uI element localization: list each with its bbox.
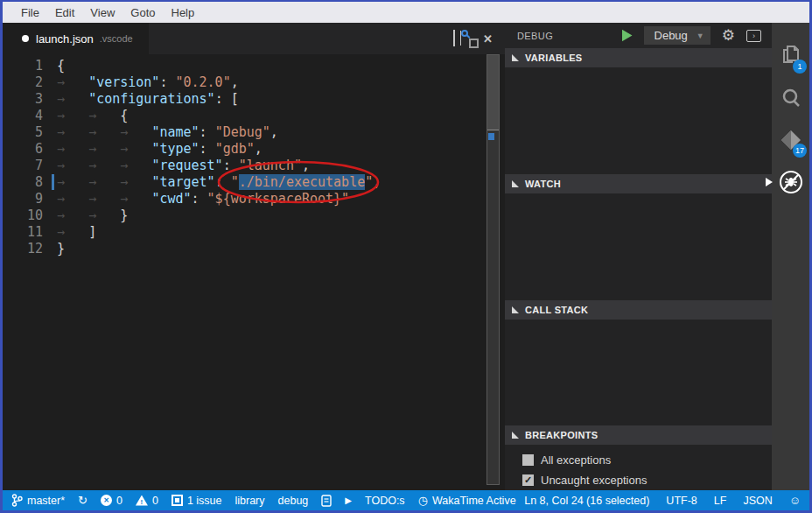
code-editor[interactable]: 1{2→ "version": "0.2.0",3→ "configuratio… [3, 54, 505, 490]
debug-console-icon[interactable]: › [746, 30, 761, 42]
tab-title: launch.json [36, 32, 94, 46]
status-label: 0 [152, 495, 158, 507]
menu-item-file[interactable]: File [13, 6, 47, 19]
debug-config-dropdown[interactable]: Debug ▼ [644, 26, 710, 45]
status-utf-8[interactable]: UTF-8 [666, 495, 696, 507]
status-bar: master*↻✕0!01 issuelibrarydebug▶TODO:s◷W… [3, 490, 809, 510]
run-icon: ▶ [345, 496, 352, 505]
code-token: , [255, 141, 262, 157]
code-token: : [215, 91, 231, 107]
menu-item-goto[interactable]: Goto [122, 6, 163, 19]
code-line[interactable]: 6→ → → "type": "gdb", [3, 141, 505, 158]
code-line[interactable]: 1{ [3, 58, 505, 74]
code-token: "0.2.0" [175, 74, 230, 90]
status-master[interactable]: master* [11, 494, 65, 507]
section-header-watch[interactable]: WATCH [505, 174, 772, 193]
script-file-icon [321, 495, 332, 507]
code-token: , [231, 74, 239, 90]
line-number: 1 [3, 58, 43, 74]
code-token: : [223, 158, 239, 173]
tab-whitespace-icon: → [57, 174, 88, 190]
menu-item-help[interactable]: Help [164, 6, 203, 19]
code-token: "launch" [239, 158, 302, 173]
breakpoint-label: Uncaught exceptions [541, 474, 647, 487]
code-line[interactable]: 10→ → } [3, 207, 505, 224]
feedback-smiley-icon: ☺ [789, 495, 801, 506]
tab-whitespace-icon: → [57, 124, 88, 140]
close-icon[interactable]: ✕ [483, 33, 493, 45]
code-token: { [57, 58, 65, 74]
status-ln-8-col-24-16-selected[interactable]: Ln 8, Col 24 (16 selected) [524, 495, 649, 507]
code-line[interactable]: 5→ → → "name": "Debug", [3, 124, 505, 141]
sidebar-item-search[interactable] [772, 77, 809, 119]
chevron-down-icon: ▼ [696, 32, 704, 40]
status-label: master* [27, 495, 65, 507]
code-token: : [200, 141, 215, 157]
checkbox-all-exceptions[interactable] [522, 454, 534, 466]
code-token: : [200, 124, 215, 140]
section-header-variables[interactable]: VARIABLES [505, 48, 772, 67]
status-library[interactable]: library [235, 495, 265, 507]
code-token: , [302, 158, 310, 173]
line-number: 2 [3, 74, 43, 91]
section-label: BREAKPOINTS [525, 430, 598, 440]
code-text: → → → "type": "gdb", [43, 141, 262, 158]
code-line[interactable]: 2→ "version": "0.2.0", [3, 74, 505, 91]
code-line[interactable]: 9→ → → "cwd": "${workspaceRoot}" [3, 191, 505, 207]
code-token: [ [231, 91, 239, 107]
tab-launch-json[interactable]: launch.json .vscode [3, 23, 149, 54]
menu-item-edit[interactable]: Edit [47, 6, 82, 19]
code-token: "configurations" [88, 91, 215, 107]
tab-whitespace-icon: → [88, 174, 120, 190]
status-play[interactable]: ▶ [345, 496, 352, 505]
dirty-indicator-icon [22, 35, 29, 42]
section-label: VARIABLES [525, 53, 582, 63]
tab-whitespace-icon: → [88, 108, 120, 123]
text-cursor [52, 174, 54, 190]
collapse-icon [512, 180, 519, 187]
code-text: → → } [43, 207, 128, 224]
status-label: library [235, 495, 265, 507]
code-token: , [270, 124, 278, 140]
status-0[interactable]: !0 [136, 495, 158, 507]
menu-item-view[interactable]: View [82, 6, 122, 19]
code-text: { [43, 58, 65, 74]
section-content-watch [505, 193, 772, 300]
code-line[interactable]: 3→ "configurations": [ [3, 91, 505, 108]
status-0[interactable]: ✕0 [101, 495, 122, 507]
status-lf[interactable]: LF [714, 495, 727, 507]
status-json[interactable]: JSON [743, 495, 772, 507]
status-todo-s[interactable]: TODO:s [365, 495, 405, 507]
editor-scrollbar[interactable] [486, 54, 500, 485]
code-line[interactable]: 12} [3, 241, 505, 257]
sidebar-item-source-control[interactable]: 17 [772, 119, 809, 161]
code-line[interactable]: 8→ → → "target": "./bin/executable", [3, 174, 505, 191]
collapse-icon [512, 54, 519, 61]
code-token: "cwd" [151, 191, 191, 207]
status-sync[interactable]: ↻ [78, 495, 88, 506]
menu-bar: FileEditViewGotoHelp [3, 2, 809, 23]
start-debug-icon[interactable] [622, 30, 633, 42]
code-line[interactable]: 4→ → { [3, 108, 505, 124]
tab-detail: .vscode [100, 33, 133, 44]
status-file[interactable] [321, 495, 332, 507]
status-wakatime-active[interactable]: ◷WakaTime Active [418, 495, 516, 507]
checkbox-uncaught-exceptions[interactable]: ✓ [522, 474, 534, 486]
status-label: JSON [743, 495, 772, 507]
code-token: "gdb" [215, 141, 255, 157]
sidebar-item-explorer[interactable]: 1 [772, 35, 809, 77]
status-smiley[interactable]: ☺ [789, 495, 801, 506]
status-1-issue[interactable]: 1 issue [172, 495, 222, 507]
scrollbar-thumb[interactable] [487, 55, 499, 130]
code-line[interactable]: 11→ ] [3, 224, 505, 241]
section-label: WATCH [525, 179, 561, 189]
section-header-breakpoints[interactable]: BREAKPOINTS [505, 425, 772, 445]
code-token: "name" [151, 124, 199, 140]
code-line[interactable]: 7→ → → "request": "launch", [3, 158, 505, 174]
tab-whitespace-icon: → [120, 124, 151, 140]
configure-gear-icon[interactable]: ⚙ [722, 28, 735, 43]
split-editor-icon[interactable] [453, 31, 455, 46]
section-header-callstack[interactable]: CALL STACK [505, 300, 772, 320]
status-debug[interactable]: debug [278, 495, 309, 507]
sidebar-item-debug[interactable] [772, 161, 809, 203]
